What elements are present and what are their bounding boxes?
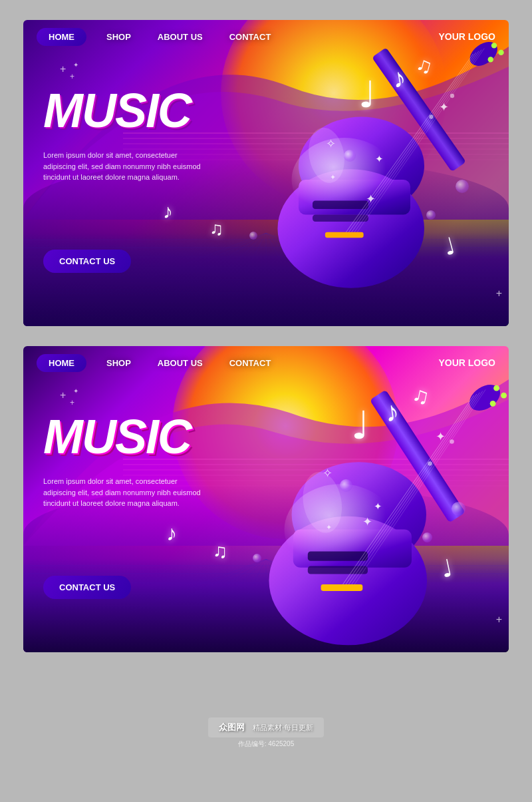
- svg-point-77: [501, 393, 507, 399]
- orb-1: [344, 150, 356, 162]
- contact-btn[interactable]: CONTACT US: [43, 250, 131, 273]
- nav-logo: YOUR LOGO: [438, 31, 495, 42]
- card2-note-6: ♫: [213, 540, 228, 562]
- nav-shop[interactable]: SHOP: [106, 32, 131, 42]
- sparkle-2: ✧: [326, 136, 336, 151]
- card2-sparkle-1: ✦: [436, 429, 446, 444]
- nav-items: SHOP ABOUT US CONTACT: [106, 32, 438, 42]
- note-2: ♩: [358, 73, 376, 116]
- plus-deco-1: +: [60, 63, 66, 75]
- card2-nav-about[interactable]: ABOUT US: [158, 358, 203, 368]
- card2-note-2: ♩: [351, 403, 369, 448]
- watermark-number: 4625205: [268, 740, 294, 747]
- card2-nav-home-btn[interactable]: HOME: [37, 354, 86, 372]
- svg-point-44: [429, 114, 433, 118]
- guitar: ✦ ✦: [243, 40, 509, 293]
- card2-orb-4: [452, 502, 466, 516]
- watermark-site: 众图网: [219, 721, 245, 733]
- svg-point-78: [490, 401, 496, 407]
- sparkle-3: ✦: [366, 192, 376, 206]
- svg-text:✦: ✦: [374, 501, 382, 512]
- card2-hero-title: MUSIC: [43, 413, 191, 461]
- card2-nav: HOME SHOP ABOUT US CONTACT YOUR LOGO: [23, 346, 509, 379]
- plus-deco-4: +: [496, 288, 502, 300]
- card2-sparkle-2: ✧: [323, 466, 332, 481]
- svg-rect-35: [313, 201, 368, 210]
- svg-text:✦: ✦: [326, 523, 332, 531]
- hero-title: MUSIC: [43, 87, 191, 134]
- sparkle-1: ✦: [439, 100, 449, 114]
- card2-nav-shop[interactable]: SHOP: [106, 358, 131, 368]
- watermark-number-label: 作品编号:: [238, 740, 267, 747]
- card-bottom: HOME SHOP ABOUT US CONTACT YOUR LOGO + +…: [23, 346, 509, 652]
- svg-point-75: [465, 379, 505, 416]
- note-4: ♪: [163, 200, 173, 223]
- svg-point-91: [450, 439, 454, 444]
- svg-text:✦: ✦: [330, 173, 336, 181]
- body-text: Lorem ipsum dolor sit amet, consectetuer…: [43, 150, 203, 183]
- svg-rect-37: [325, 232, 364, 238]
- card2-nav-logo: YOUR LOGO: [438, 357, 495, 368]
- card2-contact-btn[interactable]: CONTACT US: [43, 576, 131, 599]
- orb-3: [426, 210, 436, 220]
- orb-2: [249, 232, 257, 240]
- svg-rect-83: [308, 552, 368, 561]
- svg-point-30: [488, 57, 493, 62]
- card2-plus-1: +: [60, 389, 66, 401]
- card2-note-4: ♪: [166, 521, 177, 546]
- nav-home-btn[interactable]: HOME: [37, 28, 86, 46]
- svg-point-76: [493, 385, 499, 391]
- svg-text:✦: ✦: [376, 154, 384, 164]
- card2-guitar: ✦ ✦: [236, 379, 509, 646]
- note-6: ♫: [209, 218, 223, 240]
- card2-nav-contact[interactable]: CONTACT: [229, 358, 271, 368]
- card2-orb-3: [422, 532, 432, 542]
- svg-point-92: [428, 461, 432, 466]
- nav-about[interactable]: ABOUT US: [158, 32, 203, 42]
- nav: HOME SHOP ABOUT US CONTACT YOUR LOGO: [23, 20, 509, 53]
- svg-rect-85: [321, 584, 363, 591]
- plus-deco-3: ✦: [73, 61, 78, 69]
- watermark-area: 众图网 精品素材·每日更新 作品编号: 4625205: [208, 717, 324, 749]
- page-wrapper: HOME SHOP ABOUT US CONTACT YOUR LOGO + +…: [0, 0, 532, 802]
- orb-4: [456, 180, 469, 193]
- card2-body-text: Lorem ipsum dolor sit amet, consectetuer…: [43, 476, 203, 509]
- watermark-slogan: 精品素材·每日更新: [253, 723, 313, 733]
- card2-nav-items: SHOP ABOUT US CONTACT: [106, 358, 438, 368]
- svg-point-43: [450, 94, 454, 98]
- nav-contact[interactable]: CONTACT: [229, 32, 271, 42]
- card-top: HOME SHOP ABOUT US CONTACT YOUR LOGO + +…: [23, 20, 509, 326]
- card2-orb-1: [340, 479, 352, 492]
- card2-sparkle-3: ✦: [362, 514, 372, 529]
- plus-deco-2: +: [70, 72, 74, 81]
- card2-orb-2: [253, 554, 261, 562]
- card2-plus-3: ✦: [73, 387, 78, 395]
- card2-plus-4: +: [496, 614, 502, 626]
- card2-plus-2: +: [70, 398, 74, 407]
